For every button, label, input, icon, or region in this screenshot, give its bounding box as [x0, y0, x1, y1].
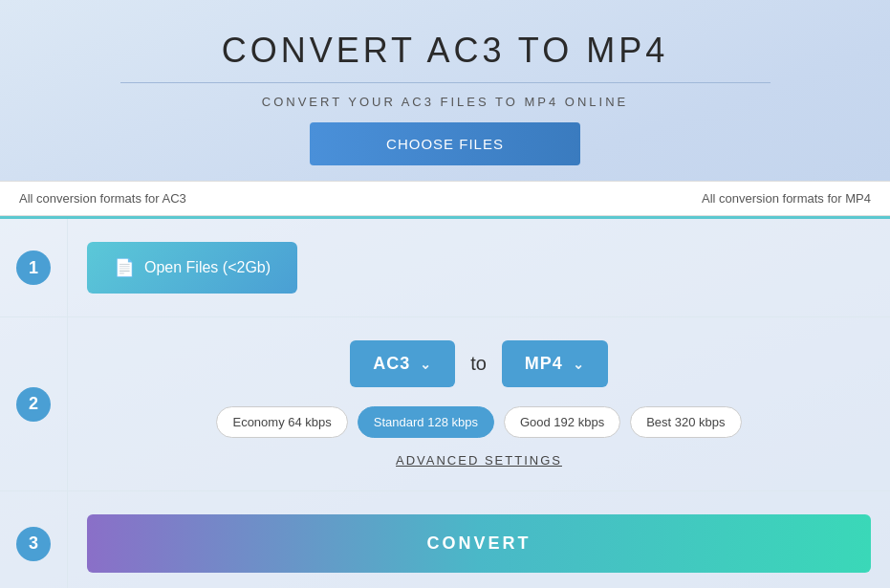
step-1-content: 📄 Open Files (<2Gb) [67, 219, 890, 316]
open-files-button[interactable]: 📄 Open Files (<2Gb) [87, 242, 297, 294]
step-2-number: 2 [0, 317, 67, 490]
to-format-label: MP4 [525, 354, 563, 374]
from-format-chevron: ⌄ [420, 357, 432, 372]
step-2-row: 2 AC3 ⌄ to MP4 ⌄ Economy 64 kbps Standar… [0, 317, 890, 491]
to-format-select[interactable]: MP4 ⌄ [502, 340, 608, 387]
page-subtitle: CONVERT YOUR AC3 FILES TO MP4 ONLINE [19, 95, 871, 109]
step-1-row: 1 📄 Open Files (<2Gb) [0, 219, 890, 317]
format-row: AC3 ⌄ to MP4 ⌄ [87, 340, 871, 387]
from-format-select[interactable]: AC3 ⌄ [350, 340, 455, 387]
main-content: 1 📄 Open Files (<2Gb) 2 AC3 ⌄ to MP4 ⌄ [0, 216, 890, 588]
to-text: to [470, 353, 487, 375]
file-icon: 📄 [114, 257, 135, 278]
open-files-label: Open Files (<2Gb) [144, 259, 271, 276]
convert-button[interactable]: CONVERT [87, 514, 871, 573]
step-3-number: 3 [0, 491, 67, 588]
format-bar: All conversion formats for AC3 All conve… [0, 181, 890, 216]
page-header: CONVERT AC3 TO MP4 CONVERT YOUR AC3 FILE… [0, 0, 890, 181]
step-3-circle: 3 [16, 527, 51, 561]
format-bar-right[interactable]: All conversion formats for MP4 [702, 191, 871, 206]
header-divider [120, 82, 771, 83]
step-2-content: AC3 ⌄ to MP4 ⌄ Economy 64 kbps Standard … [67, 317, 890, 490]
step-3-row: 3 CONVERT [0, 491, 890, 588]
quality-standard[interactable]: Standard 128 kbps [358, 406, 494, 438]
quality-good[interactable]: Good 192 kbps [504, 406, 620, 438]
choose-files-button[interactable]: CHOOSE FILES [310, 122, 580, 165]
page-title: CONVERT AC3 TO MP4 [19, 31, 871, 71]
to-format-chevron: ⌄ [573, 357, 585, 372]
quality-best[interactable]: Best 320 kbps [630, 406, 741, 438]
format-bar-left[interactable]: All conversion formats for AC3 [19, 191, 186, 206]
step-1-circle: 1 [16, 250, 51, 285]
step-3-content: CONVERT [67, 491, 890, 588]
step-2-circle: 2 [16, 387, 51, 422]
step-1-number: 1 [0, 219, 67, 316]
quality-economy[interactable]: Economy 64 kbps [216, 406, 347, 438]
from-format-label: AC3 [373, 354, 410, 374]
quality-options: Economy 64 kbps Standard 128 kbps Good 1… [87, 406, 871, 438]
advanced-settings-link[interactable]: ADVANCED SETTINGS [87, 453, 871, 468]
